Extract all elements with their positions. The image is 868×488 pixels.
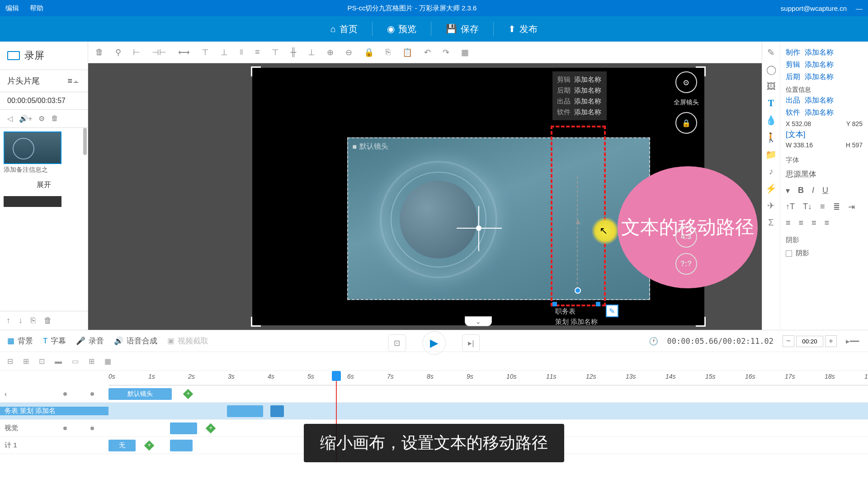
drop-icon[interactable]: 💧 [765, 115, 777, 126]
align-v-bottom-icon[interactable]: ⊥ [308, 47, 315, 57]
delete-scene-icon[interactable]: 🗑 [44, 316, 52, 325]
expand-button[interactable]: 展开 [4, 178, 84, 192]
align-left-icon[interactable]: ⊢ [133, 47, 140, 57]
lock-icon[interactable]: 🔒 [364, 47, 374, 57]
flash-icon[interactable]: ⚡ [765, 183, 777, 194]
add-keyframe-icon[interactable] [206, 423, 216, 434]
delete-icon[interactable]: 🗑 [95, 47, 104, 57]
align-stretch-icon[interactable]: ⟷ [178, 47, 190, 57]
move-up-icon[interactable]: ↑ [6, 316, 10, 325]
zoom-out-icon[interactable]: ⊖ [345, 47, 352, 57]
playhead[interactable] [332, 371, 341, 381]
image-icon[interactable]: 🖼 [767, 81, 776, 92]
job-table-text[interactable]: 职务表 策划 添加名称 [555, 306, 598, 327]
step-back-button[interactable]: ⊡ [388, 334, 406, 352]
distribute-h-icon[interactable]: ⫴ [240, 47, 243, 57]
underline-button[interactable]: U [822, 186, 828, 195]
folder-icon[interactable]: 📁 [765, 149, 777, 160]
text-clip-2[interactable] [270, 405, 284, 417]
scrollbar-thumb[interactable] [83, 128, 87, 155]
target-tool-icon[interactable]: ⊙ [675, 71, 697, 93]
link-icon[interactable]: ⚲ [115, 47, 121, 57]
zoom-slider-icon[interactable]: ▸━━ [846, 337, 859, 346]
lens-clip[interactable]: 默认镜头 [108, 388, 172, 400]
tts-button[interactable]: 🔊语音合成 [114, 336, 157, 346]
indent-icon[interactable]: ⇥ [848, 202, 855, 212]
publish-button[interactable]: ⬆发布 [508, 23, 538, 35]
keyframe-dot[interactable] [90, 427, 94, 430]
text-clip[interactable] [227, 405, 263, 417]
track-tool-2-icon[interactable]: ⊞ [23, 357, 29, 366]
line-spacing-icon[interactable]: ≣ [833, 202, 840, 212]
design-clip[interactable] [170, 440, 193, 451]
duplicate-icon[interactable]: ⎘ [31, 316, 36, 325]
undo-icon[interactable]: ↶ [424, 47, 431, 57]
edit-text-icon[interactable]: ✎ [606, 305, 618, 317]
keyframe-dot[interactable] [90, 392, 94, 396]
decrease-font-icon[interactable]: T↓ [803, 202, 812, 211]
text-tool-icon[interactable]: T [768, 98, 774, 108]
volume-icon[interactable]: 🔊+ [19, 114, 32, 123]
align-right-text-icon[interactable]: ≡ [811, 218, 816, 228]
align-justify-text-icon[interactable]: ≡ [825, 218, 830, 228]
paste-icon[interactable]: 📋 [402, 47, 412, 57]
bullet-list-icon[interactable]: ≡ [820, 202, 825, 211]
align-center-text-icon[interactable]: ≡ [799, 218, 804, 228]
play-button[interactable]: ▶ [422, 331, 446, 355]
align-top-icon[interactable]: ⊤ [202, 47, 209, 57]
align-center-h-icon[interactable]: ⊣⊢ [152, 47, 166, 57]
font-size-dropdown[interactable]: ▾ [786, 186, 790, 196]
person-icon[interactable]: 🚶 [765, 132, 777, 143]
time-ruler[interactable]: 0s1s2s3s4s5s6s7s8s9s10s11s12s13s14s15s16… [108, 371, 868, 385]
track-tool-5-icon[interactable]: ▭ [72, 357, 79, 366]
menu-edit[interactable]: 编辑 [5, 4, 19, 13]
collapse-handle[interactable]: ⌄ [465, 316, 492, 326]
chevron-icon[interactable]: ‹ [5, 390, 7, 398]
save-button[interactable]: 💾保存 [446, 23, 479, 35]
video-crop-button[interactable]: ▣视频截取 [167, 336, 208, 346]
trash-icon[interactable]: 🗑 [51, 114, 58, 123]
layers-icon[interactable]: ▦ [461, 47, 469, 57]
head-tail-row[interactable]: 片头片尾 ≡⫠ [0, 70, 88, 92]
home-button[interactable]: ⌂首页 [330, 23, 358, 35]
selection-handle-r[interactable] [596, 302, 600, 306]
zoom-in-icon[interactable]: ⊕ [327, 47, 334, 57]
zoom-input[interactable] [796, 336, 823, 347]
shadow-checkbox[interactable] [786, 250, 792, 257]
record-button[interactable]: 录屏 [0, 42, 88, 70]
add-keyframe-icon[interactable] [144, 441, 155, 451]
support-link[interactable]: support@wcapture.cn [781, 5, 847, 12]
credits-text-box[interactable]: 剪辑添加名称 后期添加名称 出品添加名称 软件添加名称 [552, 71, 607, 120]
crop-corner-tl[interactable] [251, 66, 261, 76]
menu-help[interactable]: 帮助 [30, 4, 43, 13]
track-tool-4-icon[interactable]: ▬ [55, 357, 62, 366]
font-selector[interactable]: 思源黑体 [786, 169, 863, 179]
crop-corner-bl[interactable] [251, 317, 261, 327]
redo-icon[interactable]: ↷ [443, 47, 449, 57]
lock-tool-icon[interactable]: 🔒 [675, 112, 697, 134]
scene-thumbnail[interactable] [4, 131, 61, 164]
crop-corner-br[interactable] [696, 317, 706, 327]
canvas-area[interactable]: ■ 默认镜头 剪辑添加名称 后期添加名称 出品添加名称 软件添加名称 ▲ [88, 63, 868, 330]
pencil-icon[interactable]: ✎ [767, 47, 775, 58]
music-icon[interactable]: ♪ [769, 166, 774, 177]
italic-button[interactable]: I [812, 186, 814, 195]
selection-handle-l[interactable] [552, 302, 557, 306]
track-tool-7-icon[interactable]: ▦ [104, 357, 111, 366]
prev-icon[interactable]: ◁ [7, 114, 13, 123]
step-forward-button[interactable]: ▸| [462, 334, 480, 352]
align-v-top-icon[interactable]: ⊤ [272, 47, 279, 57]
background-button[interactable]: ▦背景 [7, 336, 33, 346]
move-down-icon[interactable]: ↓ [19, 316, 23, 325]
subtitle-button[interactable]: T字幕 [43, 336, 66, 346]
zoom-minus-button[interactable]: − [783, 335, 794, 347]
track-tool-3-icon[interactable]: ⊡ [39, 357, 45, 366]
align-left-text-icon[interactable]: ≡ [786, 218, 791, 228]
track-tool-6-icon[interactable]: ⊞ [89, 357, 94, 366]
track-tool-1-icon[interactable]: ⊟ [7, 357, 13, 366]
record-audio-button[interactable]: 🎤录音 [76, 336, 104, 346]
keyframe-dot[interactable] [63, 427, 67, 430]
settings-icon[interactable]: ≡⫠ [67, 76, 80, 86]
scene-thumbnail-2[interactable] [4, 196, 61, 207]
ratio-43-button[interactable]: 4:3 [675, 226, 697, 248]
